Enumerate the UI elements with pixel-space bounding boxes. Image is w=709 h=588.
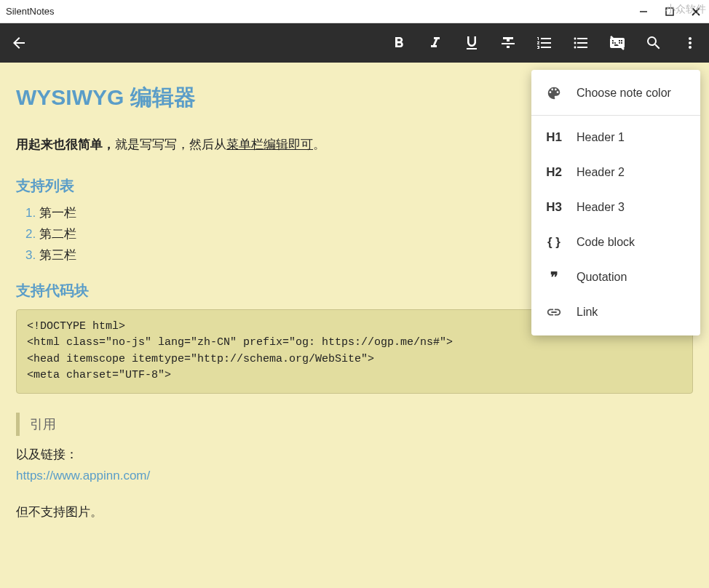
window-title: SilentNotes [6,6,636,17]
blockquote: 引用 [16,413,693,436]
menu-label: Choose note color [577,87,671,100]
menu-quotation[interactable]: ❞ Quotation [531,260,700,295]
palette-icon [544,84,563,102]
toolbar [0,23,709,63]
menu-header-1[interactable]: H1 Header 1 [531,120,700,155]
minimize-button[interactable] [636,4,651,19]
bold-button[interactable] [390,34,408,52]
ordered-list-button[interactable] [536,34,553,52]
search-button[interactable] [645,34,662,52]
menu-label: Quotation [577,271,627,284]
keyboard-off-button[interactable] [609,34,626,52]
menu-header-2[interactable]: H2 Header 2 [531,155,700,190]
menu-code-block[interactable]: { } Code block [531,225,700,260]
link-icon [544,303,563,321]
italic-button[interactable] [427,34,444,52]
menu-label: Code block [577,236,635,249]
underline-text: 菜单栏编辑即可 [226,138,313,151]
separator [531,115,700,116]
titlebar: SilentNotes [0,0,709,23]
menu-label: Header 1 [577,131,625,144]
menu-header-3[interactable]: H3 Header 3 [531,190,700,225]
svg-rect-1 [666,8,673,15]
quote-icon: ❞ [544,269,563,286]
paragraph-noimage: 但不支持图片。 [16,504,693,520]
unordered-list-button[interactable] [572,34,590,52]
h1-icon: H1 [544,129,563,146]
menu-label: Header 3 [577,201,625,214]
link-label: 以及链接： [16,446,693,463]
menu-label: Header 2 [577,166,625,179]
more-button[interactable] [681,34,699,52]
maximize-button[interactable] [662,4,677,19]
strikethrough-button[interactable] [499,34,517,52]
h2-icon: H2 [544,164,563,181]
bold-text: 用起来也很简单， [16,138,115,151]
braces-icon: { } [544,234,563,251]
h3-icon: H3 [544,199,563,216]
menu-label: Link [577,306,598,319]
back-button[interactable] [10,34,28,52]
menu-choose-color[interactable]: Choose note color [531,76,700,111]
menu-link[interactable]: Link [531,295,700,330]
format-dropdown: Choose note color H1 Header 1 H2 Header … [531,70,700,335]
close-button[interactable] [689,4,703,19]
link[interactable]: https://www.appinn.com/ [16,469,693,483]
underline-button[interactable] [463,34,480,52]
